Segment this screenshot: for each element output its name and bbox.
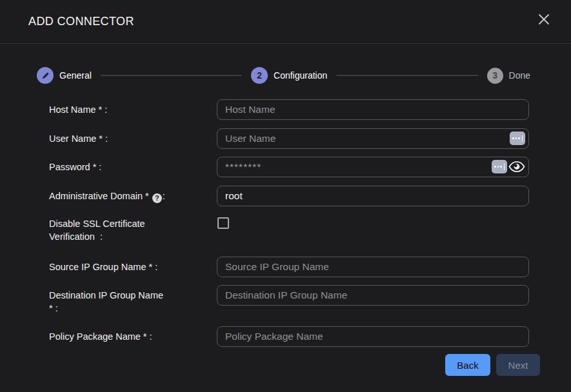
host-name-input[interactable] <box>217 99 529 120</box>
stepper-connector-1 <box>101 75 242 76</box>
password-field <box>217 157 529 177</box>
destination-ip-group-field <box>217 285 529 306</box>
password-visibility-toggle[interactable] <box>508 161 525 173</box>
step-2-badge: 2 <box>251 67 268 84</box>
wizard-stepper: General 2 Configuration 3 Done <box>37 67 530 84</box>
step-general-label: General <box>59 70 92 81</box>
password-label: Password * : <box>49 161 212 173</box>
destination-ip-group-label: Destination IP Group Name * : <box>49 289 212 315</box>
disable-ssl-label: Disable SSL Certificate Verification : <box>49 217 212 243</box>
step-general[interactable]: General <box>37 67 92 84</box>
password-ellipsis-button[interactable] <box>492 160 507 173</box>
close-icon <box>538 14 550 25</box>
step-configuration[interactable]: 2 Configuration <box>251 67 327 84</box>
user-name-input[interactable] <box>217 128 529 149</box>
user-name-label: User Name * : <box>49 132 212 145</box>
ellipsis-cursor-icon <box>512 135 523 142</box>
add-connector-dialog: ADD CONNECTOR General 2 Configuration <box>0 0 571 392</box>
administrative-domain-label-text: Administrative Domain * <box>49 191 149 201</box>
user-name-ellipsis-button[interactable] <box>510 132 525 145</box>
step-done: 3 Done <box>487 68 530 84</box>
policy-package-input[interactable] <box>217 326 529 347</box>
administrative-domain-label: Administrative Domain * ?: <box>49 190 212 203</box>
password-input[interactable] <box>217 157 529 177</box>
user-name-field <box>217 128 529 149</box>
dialog-title: ADD CONNECTOR <box>28 15 134 28</box>
policy-package-field <box>217 326 529 347</box>
pencil-icon <box>37 67 54 84</box>
next-button[interactable]: Next <box>496 354 540 376</box>
eye-icon <box>508 165 525 175</box>
administrative-domain-field <box>217 186 529 206</box>
dialog-header: ADD CONNECTOR <box>0 0 571 44</box>
close-button[interactable] <box>535 10 553 28</box>
administrative-domain-input[interactable] <box>217 186 529 206</box>
source-ip-group-field <box>217 257 529 277</box>
destination-ip-group-input[interactable] <box>217 285 529 306</box>
source-ip-group-label: Source IP Group Name * : <box>49 260 212 273</box>
disable-ssl-checkbox[interactable] <box>217 217 229 229</box>
back-button[interactable]: Back <box>445 354 490 376</box>
step-done-label: Done <box>509 70 530 81</box>
help-icon[interactable]: ? <box>152 193 162 203</box>
administrative-domain-colon: : <box>163 191 165 201</box>
host-name-field <box>217 99 529 120</box>
ellipsis-cursor-icon <box>494 164 505 170</box>
stepper-connector-2 <box>336 75 477 76</box>
source-ip-group-input[interactable] <box>217 257 529 277</box>
host-name-label: Host Name * : <box>49 103 212 116</box>
step-3-badge: 3 <box>487 68 503 84</box>
step-configuration-label: Configuration <box>274 70 327 81</box>
policy-package-label: Policy Package Name * : <box>49 330 212 343</box>
